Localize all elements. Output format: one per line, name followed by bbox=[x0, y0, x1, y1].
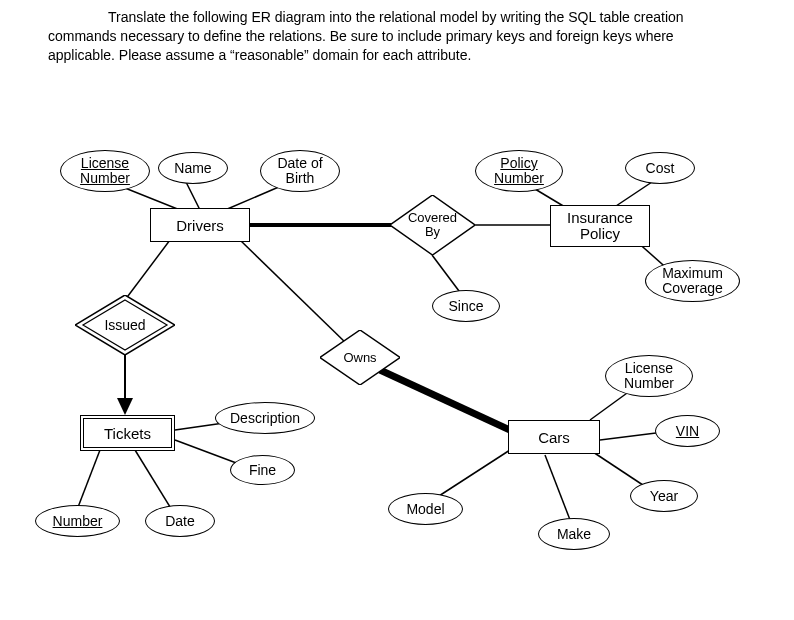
attr-date-label: Date bbox=[165, 513, 195, 529]
rel-issued-label: Issued bbox=[104, 317, 145, 333]
attr-license-number-driver-label: License Number bbox=[80, 156, 130, 187]
attr-make-label: Make bbox=[557, 526, 591, 542]
attr-date-of-birth: Date of Birth bbox=[260, 150, 340, 192]
attr-fine: Fine bbox=[230, 455, 295, 485]
attr-vin-label: VIN bbox=[676, 423, 699, 439]
attr-since-label: Since bbox=[448, 298, 483, 314]
attr-description-label: Description bbox=[230, 410, 300, 426]
attr-date: Date bbox=[145, 505, 215, 537]
entity-insurance-label: Insurance Policy bbox=[567, 210, 633, 243]
attr-year: Year bbox=[630, 480, 698, 512]
attr-max-coverage-label: Maximum Coverage bbox=[662, 266, 723, 297]
attr-policy-number: Policy Number bbox=[475, 150, 563, 192]
attr-description: Description bbox=[215, 402, 315, 434]
svg-line-1 bbox=[185, 180, 200, 210]
attr-cost-label: Cost bbox=[646, 160, 675, 176]
attr-make: Make bbox=[538, 518, 610, 550]
attr-license-number-car: License Number bbox=[605, 355, 693, 397]
rel-covered-by: Covered By bbox=[390, 195, 475, 255]
attr-number-label: Number bbox=[53, 513, 103, 529]
attr-name-label: Name bbox=[174, 160, 211, 176]
rel-owns: Owns bbox=[320, 330, 400, 385]
entity-tickets: Tickets bbox=[80, 415, 175, 451]
entity-tickets-label: Tickets bbox=[104, 425, 151, 442]
attr-number: Number bbox=[35, 505, 120, 537]
entity-cars: Cars bbox=[508, 420, 600, 454]
attr-license-number-driver: License Number bbox=[60, 150, 150, 192]
svg-line-8 bbox=[432, 255, 462, 295]
attr-policy-number-label: Policy Number bbox=[494, 156, 544, 187]
entity-drivers-label: Drivers bbox=[176, 217, 224, 234]
svg-line-9 bbox=[125, 240, 170, 300]
entity-cars-label: Cars bbox=[538, 429, 570, 446]
svg-line-19 bbox=[545, 455, 572, 525]
attr-license-number-car-label: License Number bbox=[624, 361, 674, 392]
attr-model-label: Model bbox=[406, 501, 444, 517]
svg-marker-11 bbox=[117, 398, 133, 415]
rel-issued: Issued bbox=[75, 295, 175, 355]
attr-max-coverage: Maximum Coverage bbox=[645, 260, 740, 302]
attr-cost: Cost bbox=[625, 152, 695, 184]
attr-name: Name bbox=[158, 152, 228, 184]
attr-since: Since bbox=[432, 290, 500, 322]
attr-fine-label: Fine bbox=[249, 462, 276, 478]
attr-dob-label: Date of Birth bbox=[277, 156, 322, 187]
attr-model: Model bbox=[388, 493, 463, 525]
rel-owns-label: Owns bbox=[343, 350, 376, 365]
er-diagram: Drivers Insurance Policy Tickets Cars Co… bbox=[0, 0, 794, 620]
entity-insurance-policy: Insurance Policy bbox=[550, 205, 650, 247]
entity-drivers: Drivers bbox=[150, 208, 250, 242]
attr-year-label: Year bbox=[650, 488, 678, 504]
rel-covered-by-label: Covered By bbox=[408, 211, 457, 240]
attr-vin: VIN bbox=[655, 415, 720, 447]
